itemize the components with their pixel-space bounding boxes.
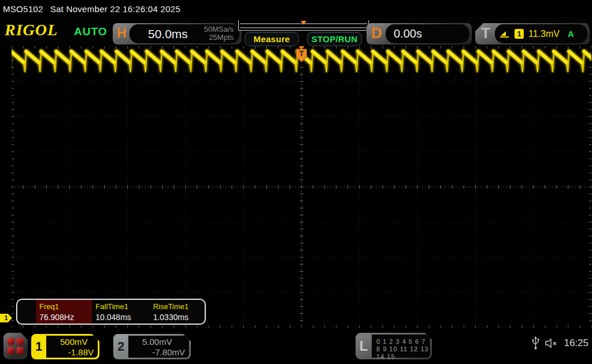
four-squares-icon <box>8 338 24 354</box>
logic-row2: 8 9 10 11 12 13 14 15 <box>376 346 430 361</box>
measurement-label: Freq1 <box>39 302 92 311</box>
rigol-logo: RIGOL <box>5 21 58 39</box>
stop-run-button-label: STOP/RUN <box>312 34 358 44</box>
channel2-status-block[interactable]: 2 5.00mV -7.80mV <box>113 334 191 359</box>
measurement-risetime1[interactable]: RiseTime1 1.0330ms <box>150 300 205 324</box>
trigger-pill: 1 11.3mV A <box>495 24 587 43</box>
windows-menu-button[interactable] <box>3 333 28 359</box>
delaybar-waveform-preview <box>239 20 368 29</box>
channel2-values: 5.00mV -7.80mV <box>128 336 189 358</box>
measurement-value: 10.048ms <box>95 313 149 322</box>
measure-button-label: Measure <box>254 34 290 44</box>
channel1-status-block[interactable]: 1 500mV -1.88V <box>31 334 99 359</box>
channel1-offset-marker[interactable]: 1 <box>0 314 12 322</box>
measurement-value: 76.908Hz <box>39 313 92 322</box>
channel1-badge: 1 <box>31 334 46 359</box>
t-label: T <box>481 24 490 42</box>
channel2-badge: 2 <box>113 334 128 359</box>
measure-button[interactable]: Measure <box>245 32 299 46</box>
usb-icon <box>532 336 539 350</box>
stop-run-button[interactable]: STOP/RUN <box>307 32 362 46</box>
measurement-falltime1[interactable]: FallTime1 10.048ms <box>92 300 149 324</box>
beeper-muted-icon <box>545 337 558 349</box>
channel2-offset: -7.80mV <box>131 347 185 357</box>
delay-settings-box[interactable]: D 0.00s <box>367 23 472 44</box>
svg-text:T: T <box>299 49 304 58</box>
waveform-display-area[interactable]: T <box>12 46 591 328</box>
acquisition-mode-label: AUTO <box>74 25 107 38</box>
datetime: Sat November 22 16:26:04 2025 <box>50 4 181 14</box>
measurement-label: FallTime1 <box>95 302 149 311</box>
sample-rate: 50MSa/s <box>204 25 234 34</box>
graticule-svg: T <box>12 46 591 328</box>
header-bar: RIGOL AUTO H 50.0ms 50MSa/s 25Mpts Measu… <box>0 17 592 46</box>
oscilloscope-screen: MSO5102 Sat November 22 16:26:04 2025 RI… <box>0 0 592 364</box>
trigger-sweep-mode: A <box>568 29 574 39</box>
logic-channel-numbers: 0 1 2 3 4 5 6 7 8 9 10 11 12 13 14 15 <box>372 335 430 358</box>
channel2-scale: 5.00mV <box>142 337 172 347</box>
measurement-freq1[interactable]: Freq1 76.908Hz <box>36 300 92 324</box>
channel1-offset: -1.88V <box>49 347 94 357</box>
top-info-bar: MSO5102 Sat November 22 16:26:04 2025 <box>0 0 592 17</box>
status-icons: 16:25 <box>532 336 589 350</box>
clock: 16:25 <box>564 337 589 349</box>
trigger-source-badge: 1 <box>515 29 524 39</box>
measurement-value: 1.0330ms <box>153 313 205 322</box>
d-label: D <box>371 24 382 42</box>
channel1-scale: 500mV <box>60 337 88 347</box>
trigger-level-value: 11.3mV <box>528 29 560 39</box>
horizontal-position-bar[interactable] <box>238 20 369 31</box>
measurement-label: RiseTime1 <box>153 302 205 311</box>
logic-row1: 0 1 2 3 4 5 6 7 <box>376 338 430 346</box>
logic-channels-block[interactable]: L 0 1 2 3 4 5 6 7 8 9 10 11 12 13 14 15 <box>356 333 432 359</box>
trigger-settings-box[interactable]: T 1 11.3mV A <box>475 23 590 44</box>
bottom-bar: 1 500mV -1.88V 2 5.00mV -7.80mV L <box>0 328 592 364</box>
delay-pill: 0.00s <box>386 24 469 43</box>
trigger-slope-icon <box>500 29 510 39</box>
model-name: MSO5102 <box>3 4 43 14</box>
logic-label: L <box>356 333 372 359</box>
memory-depth: 25Mpts <box>204 34 234 42</box>
timebase-value: 50.0ms <box>148 27 188 41</box>
h-label: H <box>117 25 127 41</box>
channel1-values: 500mV -1.88V <box>46 336 98 358</box>
delay-value: 0.00s <box>394 27 422 40</box>
horizontal-pill: 50.0ms 50MSa/s 25Mpts <box>130 24 239 43</box>
samplerate-memdepth: 50MSa/s 25Mpts <box>204 25 234 42</box>
horizontal-settings-box[interactable]: H 50.0ms 50MSa/s 25Mpts <box>113 23 242 44</box>
measurement-panel[interactable]: Freq1 76.908Hz FallTime1 10.048ms RiseTi… <box>16 299 206 325</box>
